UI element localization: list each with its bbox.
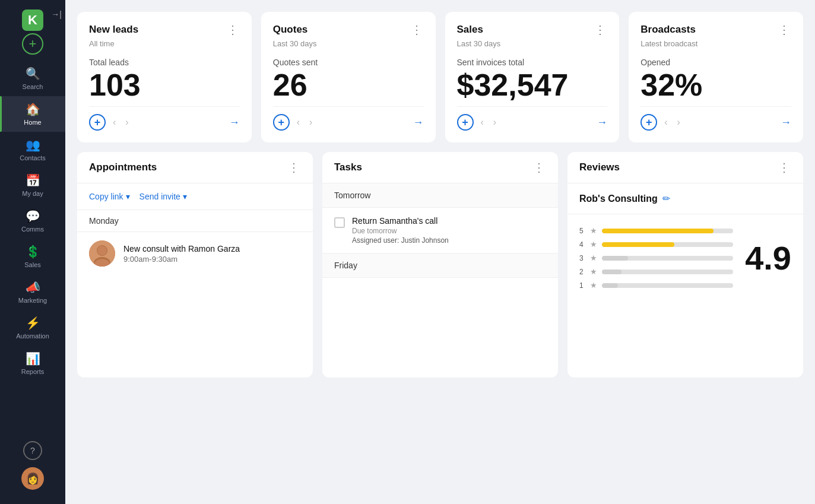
appointment-item: New consult with Ramon Garza 9:00am-9:30… — [77, 232, 313, 275]
nav-item-sales[interactable]: 💲 Sales — [0, 239, 65, 274]
broadcasts-card: Broadcasts ⋮ Latest broadcast Opened 32%… — [629, 12, 803, 142]
new-leads-add-button[interactable]: + — [89, 114, 106, 131]
new-leads-title: New leads — [89, 24, 138, 36]
reviews-edit-icon[interactable]: ✏ — [662, 193, 670, 204]
appointments-more-button[interactable]: ⋮ — [287, 161, 301, 173]
star-3-icon: ★ — [590, 253, 597, 262]
quotes-metric-label: Quotes sent — [273, 58, 424, 67]
sales-value: $32,547 — [457, 69, 608, 106]
svg-point-3 — [97, 246, 107, 255]
star-row-4: 4 ★ — [579, 240, 733, 249]
appointment-avatar-image — [89, 240, 115, 267]
new-leads-next-button[interactable]: › — [123, 116, 131, 129]
reviews-more-button[interactable]: ⋮ — [777, 161, 791, 173]
quotes-card: Quotes ⋮ Last 30 days Quotes sent 26 + ‹… — [261, 12, 436, 142]
sales-icon: 💲 — [26, 245, 40, 259]
broadcasts-metric-label: Opened — [640, 58, 791, 67]
new-leads-subtitle: All time — [89, 39, 240, 48]
quotes-title: Quotes — [273, 24, 308, 36]
home-icon: 🏠 — [26, 102, 40, 116]
sales-add-button[interactable]: + — [457, 114, 474, 131]
tasks-more-button[interactable]: ⋮ — [532, 161, 546, 173]
add-button[interactable]: + — [22, 33, 43, 55]
myday-icon: 📅 — [26, 173, 40, 188]
star-2-icon: ★ — [590, 267, 597, 276]
quotes-prev-button[interactable]: ‹ — [294, 116, 302, 129]
comms-icon: 💬 — [26, 209, 40, 223]
main-content: New leads ⋮ All time Total leads 103 + ‹… — [65, 0, 815, 504]
tasks-panel: Tasks ⋮ Tomorrow Return Samantha's call … — [322, 152, 558, 378]
stat-cards-row: New leads ⋮ All time Total leads 103 + ‹… — [77, 12, 803, 142]
star-4-icon: ★ — [590, 240, 597, 249]
new-leads-prev-button[interactable]: ‹ — [110, 116, 118, 129]
star-row-2: 2 ★ — [579, 267, 733, 276]
nav-item-search[interactable]: 🔍 Search — [0, 61, 65, 96]
sales-next-button[interactable]: › — [491, 116, 499, 129]
tasks-title: Tasks — [334, 161, 362, 173]
collapse-button[interactable]: →| — [51, 9, 62, 19]
appointments-monday-header: Monday — [77, 210, 313, 232]
quotes-more-button[interactable]: ⋮ — [410, 24, 424, 36]
appointments-panel: Appointments ⋮ Copy link ▾ Send invite ▾… — [77, 152, 313, 378]
sales-subtitle: Last 30 days — [457, 39, 608, 48]
reviews-title: Reviews — [579, 161, 620, 173]
sales-card: Sales ⋮ Last 30 days Sent invoices total… — [445, 12, 620, 142]
broadcasts-goto-button[interactable]: → — [781, 116, 791, 129]
broadcasts-more-button[interactable]: ⋮ — [777, 24, 791, 36]
nav-item-automation[interactable]: ⚡ Automation — [0, 310, 65, 345]
new-leads-metric-label: Total leads — [89, 58, 240, 67]
help-button[interactable]: ? — [23, 441, 42, 460]
broadcasts-add-button[interactable]: + — [640, 114, 657, 131]
sales-title: Sales — [457, 24, 483, 36]
star-5-icon: ★ — [590, 226, 597, 235]
search-icon: 🔍 — [26, 66, 40, 81]
task-due: Due tomorrow — [352, 227, 449, 235]
star-bars: 5 ★ 4 ★ 3 ★ — [579, 226, 733, 290]
nav-item-reports[interactable]: 📊 Reports — [0, 345, 65, 381]
quotes-subtitle: Last 30 days — [273, 39, 424, 48]
sales-prev-button[interactable]: ‹ — [478, 116, 486, 129]
broadcasts-prev-button[interactable]: ‹ — [662, 116, 670, 129]
star-row-5: 5 ★ — [579, 226, 733, 235]
broadcasts-title: Broadcasts — [640, 24, 696, 36]
appointment-avatar — [89, 240, 115, 267]
active-indicator — [0, 96, 2, 132]
reviews-panel: Reviews ⋮ Rob's Consulting ✏ 5 ★ — [567, 152, 803, 378]
reviews-content: 5 ★ 4 ★ 3 ★ — [567, 214, 803, 302]
quotes-next-button[interactable]: › — [307, 116, 315, 129]
new-leads-more-button[interactable]: ⋮ — [226, 24, 240, 36]
task-item: Return Samantha's call Due tomorrow Assi… — [322, 208, 558, 253]
send-invite-button[interactable]: Send invite ▾ — [139, 192, 187, 201]
marketing-icon: 📣 — [26, 280, 40, 294]
broadcasts-subtitle: Latest broadcast — [640, 39, 791, 48]
copy-link-dropdown-icon: ▾ — [126, 192, 130, 201]
appointments-title: Appointments — [89, 161, 157, 173]
nav-item-myday[interactable]: 📅 My day — [0, 167, 65, 203]
sales-metric-label: Sent invoices total — [457, 58, 608, 67]
star-bar-4 — [602, 242, 674, 247]
appointment-info: New consult with Ramon Garza 9:00am-9:30… — [123, 244, 240, 264]
new-leads-card: New leads ⋮ All time Total leads 103 + ‹… — [77, 12, 252, 142]
logo: K — [22, 9, 43, 31]
broadcasts-next-button[interactable]: › — [675, 116, 683, 129]
task-details: Return Samantha's call Due tomorrow Assi… — [352, 216, 449, 245]
new-leads-goto-button[interactable]: → — [229, 116, 240, 129]
nav-item-contacts[interactable]: 👥 Contacts — [0, 132, 65, 167]
nav-item-marketing[interactable]: 📣 Marketing — [0, 274, 65, 310]
automation-icon: ⚡ — [26, 316, 40, 330]
star-1-icon: ★ — [590, 281, 597, 290]
star-row-3: 3 ★ — [579, 253, 733, 262]
sales-goto-button[interactable]: → — [597, 116, 607, 129]
tasks-friday-header: Friday — [322, 253, 558, 278]
quotes-add-button[interactable]: + — [273, 114, 290, 131]
nav-item-comms[interactable]: 💬 Comms — [0, 203, 65, 239]
nav-item-home[interactable]: 🏠 Home — [0, 96, 65, 132]
reports-icon: 📊 — [26, 351, 40, 366]
user-avatar[interactable]: 👩 — [21, 467, 44, 490]
sales-more-button[interactable]: ⋮ — [593, 24, 607, 36]
copy-link-button[interactable]: Copy link ▾ — [89, 192, 130, 201]
quotes-goto-button[interactable]: → — [413, 116, 424, 129]
task-checkbox[interactable] — [334, 217, 345, 228]
star-bar-3 — [602, 256, 628, 261]
star-row-1: 1 ★ — [579, 281, 733, 290]
